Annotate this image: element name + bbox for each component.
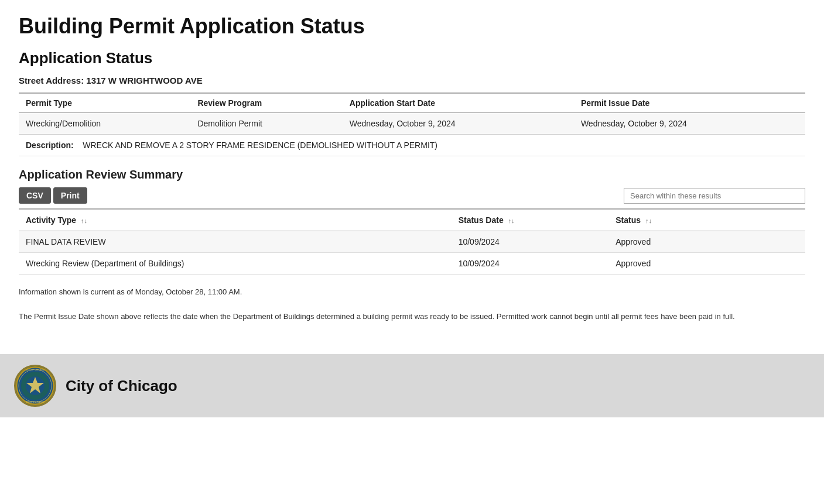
- permit-table: Permit Type Review Program Application S…: [19, 92, 805, 135]
- permit-note: The Permit Issue Date shown above reflec…: [19, 311, 805, 323]
- sort-date-icon[interactable]: ↑↓: [508, 217, 515, 224]
- cell-review-program: Demolition Permit: [190, 113, 342, 135]
- description-row: Description: WRECK AND REMOVE A 2 STORY …: [19, 135, 805, 156]
- print-button[interactable]: Print: [53, 187, 87, 204]
- footnotes: Information shown is current as of Monda…: [19, 286, 805, 323]
- description-label: Description:: [26, 140, 74, 150]
- review-summary-title: Application Review Summary: [19, 168, 805, 181]
- csv-button[interactable]: CSV: [19, 187, 51, 204]
- search-input[interactable]: [624, 188, 805, 204]
- table-row: Wrecking/Demolition Demolition Permit We…: [19, 113, 805, 135]
- cell-activity-type: Wrecking Review (Department of Buildings…: [19, 253, 452, 275]
- col-review-program: Review Program: [190, 93, 342, 113]
- svg-text:CITY OF CHICAGO: CITY OF CHICAGO: [26, 369, 44, 371]
- cell-application-start-date: Wednesday, October 9, 2024: [343, 113, 574, 135]
- street-address: Street Address: 1317 W WRIGHTWOOD AVE: [19, 76, 805, 85]
- city-name: City of Chicago: [66, 377, 177, 395]
- cell-permit-type: Wrecking/Demolition: [19, 113, 190, 135]
- seal-svg: INCORPORATED CITY OF CHICAGO: [16, 366, 54, 405]
- toolbar: CSV Print: [19, 187, 805, 204]
- col-status-date: Status Date ↑↓: [452, 209, 609, 231]
- sort-activity-icon[interactable]: ↑↓: [81, 217, 87, 224]
- col-activity-type: Activity Type ↑↓: [19, 209, 452, 231]
- street-address-value: 1317 W WRIGHTWOOD AVE: [86, 76, 202, 85]
- toolbar-left: CSV Print: [19, 187, 87, 204]
- sort-status-icon[interactable]: ↑↓: [645, 217, 652, 224]
- cell-activity-type: FINAL DATA REVIEW: [19, 231, 452, 253]
- cell-status: Approved: [608, 231, 805, 253]
- col-permit-issue-date: Permit Issue Date: [574, 93, 805, 113]
- description-text: WRECK AND REMOVE A 2 STORY FRAME RESIDEN…: [83, 140, 437, 150]
- svg-text:INCORPORATED: INCORPORATED: [26, 400, 45, 403]
- cell-permit-issue-date: Wednesday, October 9, 2024: [574, 113, 805, 135]
- cell-status-date: 10/09/2024: [452, 253, 609, 275]
- table-row: Wrecking Review (Department of Buildings…: [19, 253, 805, 275]
- current-as-of-note: Information shown is current as of Monda…: [19, 286, 805, 299]
- cell-status: Approved: [608, 253, 805, 275]
- col-application-start-date: Application Start Date: [343, 93, 574, 113]
- table-row: FINAL DATA REVIEW 10/09/2024 Approved: [19, 231, 805, 253]
- cell-status-date: 10/09/2024: [452, 231, 609, 253]
- application-status-title: Application Status: [19, 49, 805, 67]
- col-permit-type: Permit Type: [19, 93, 190, 113]
- street-address-label: Street Address:: [19, 76, 84, 85]
- col-status: Status ↑↓: [608, 209, 805, 231]
- review-table: Activity Type ↑↓ Status Date ↑↓ Status ↑…: [19, 208, 805, 275]
- city-seal: INCORPORATED CITY OF CHICAGO: [14, 365, 56, 407]
- footer: INCORPORATED CITY OF CHICAGO City of Chi…: [0, 354, 824, 417]
- page-title: Building Permit Application Status: [19, 14, 805, 39]
